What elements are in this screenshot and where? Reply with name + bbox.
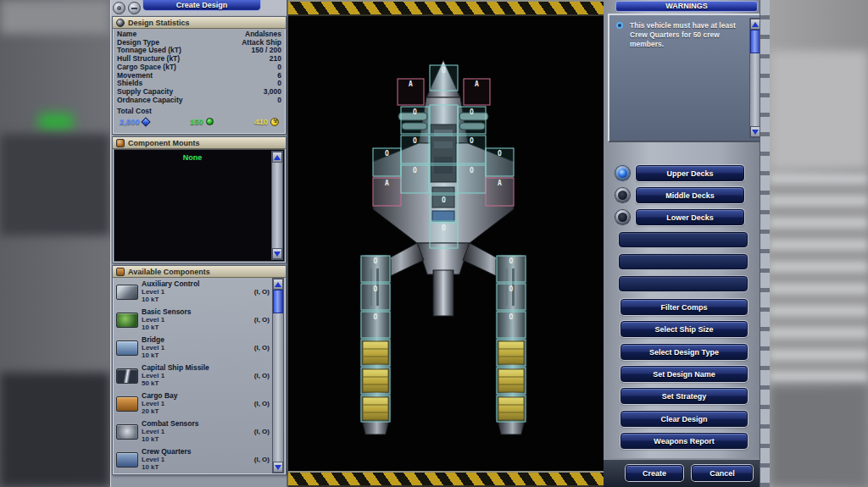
deck-row-upper-decks: Upper Decks — [615, 164, 744, 181]
hull-slot[interactable] — [430, 136, 458, 163]
scroll-track[interactable] — [273, 290, 283, 462]
info-sphere-icon — [116, 19, 125, 27]
scroll-track[interactable] — [272, 163, 282, 248]
component-size: 20 kT — [142, 407, 242, 415]
deck-button-upper-decks[interactable]: Upper Decks — [636, 165, 744, 181]
deck-button-lower-decks[interactable]: Lower Decks — [636, 209, 744, 225]
set-design-name-button[interactable]: Set Design Name — [620, 366, 748, 382]
ship-design-view[interactable]: OAAOOOOOOAOOAOOOOOOOO — [288, 16, 604, 471]
stat-label: Ordnance Capacity — [117, 97, 182, 105]
minerals-icon — [141, 117, 150, 126]
slot-letter: O — [498, 150, 502, 158]
available-components-header: Available Components — [113, 266, 286, 278]
radioactives-icon — [270, 118, 279, 126]
select-ship-size-button[interactable]: Select Ship Size — [620, 321, 748, 337]
deck-radio-middle-decks[interactable] — [615, 188, 630, 202]
weapons-report-button[interactable]: Weapons Report — [620, 433, 748, 449]
component-level: Level 1 — [142, 288, 242, 296]
combat-sensors-icon — [116, 424, 138, 440]
background-shape — [0, 373, 110, 487]
total-cost-values: 2,800150410 — [113, 115, 286, 126]
deck-radio-lower-decks[interactable] — [615, 210, 630, 224]
design-statistics-title: Design Statistics — [128, 19, 190, 27]
cancel-button[interactable]: Cancel — [692, 465, 753, 481]
hull-slot[interactable] — [497, 340, 526, 366]
background-shape — [39, 113, 73, 130]
titlebar-round-button-2[interactable] — [128, 2, 141, 14]
component-list-item-auxiliary-control[interactable]: Auxiliary ControlLevel 110 kT(I, O) — [114, 278, 271, 306]
available-components-body: Auxiliary ControlLevel 110 kT(I, O)Basic… — [114, 278, 285, 473]
component-size: 10 kT — [142, 296, 242, 303]
cost-item: 2,800 — [120, 117, 149, 126]
slot-letter: O — [509, 313, 514, 321]
scroll-up-button[interactable] — [272, 152, 282, 163]
component-list-item-crew-quarters[interactable]: Crew QuartersLevel 110 kT(I, O) — [114, 445, 271, 473]
ship-viewport[interactable]: OAAOOOOOOAOOAOOOOOOOO — [288, 16, 604, 471]
scroll-down-button[interactable] — [272, 248, 282, 259]
cost-value: 410 — [254, 117, 268, 126]
design-statistics-panel: Design Statistics NameAndalsnesDesign Ty… — [112, 16, 287, 135]
hazard-stripe-bottom — [288, 471, 604, 487]
hull-slot[interactable] — [430, 105, 458, 134]
component-list-item-basic-sensors[interactable]: Basic SensorsLevel 110 kT(I, O) — [114, 306, 271, 334]
slot-letter: O — [413, 108, 417, 116]
basic-sensors-icon — [116, 313, 138, 328]
hull-slot[interactable] — [497, 396, 526, 422]
component-mounts-empty: None — [114, 153, 270, 162]
cargo-bay-icon — [116, 396, 138, 412]
component-slot-types: (I, O) — [242, 344, 270, 351]
scroll-up-button[interactable] — [273, 279, 283, 290]
component-name: Crew Quarters — [142, 448, 242, 456]
crate-icon — [116, 268, 125, 276]
empty-deck-slot — [619, 254, 748, 269]
available-components-panel: Available Components Auxiliary ControlLe… — [112, 265, 287, 475]
right-panel: WARNINGS This vehicle must have at least… — [604, 0, 770, 487]
hull-slot[interactable] — [361, 340, 390, 366]
deck-radio-upper-decks[interactable] — [615, 166, 630, 180]
crew-quarters-icon — [116, 452, 138, 468]
available-components-title: Available Components — [128, 268, 210, 276]
component-slot-types: (I, O) — [242, 456, 270, 463]
component-list-item-bridge[interactable]: BridgeLevel 110 kT(I, O) — [114, 334, 271, 362]
scroll-thumb[interactable] — [273, 290, 283, 313]
filter-comps-button[interactable]: Filter Comps — [620, 299, 748, 315]
scroll-down-button[interactable] — [273, 462, 283, 473]
set-strategy-button[interactable]: Set Strategy — [620, 388, 748, 404]
component-size: 10 kT — [142, 435, 242, 443]
hull-slot[interactable] — [361, 396, 390, 422]
slot-letter: O — [442, 196, 446, 204]
up-arrow-icon — [274, 155, 281, 160]
slot-letter: O — [413, 137, 417, 145]
slot-letter: O — [374, 313, 378, 321]
game-screen: Create Design Design Statistics NameAnda… — [0, 0, 868, 487]
deck-row-lower-decks: Lower Decks — [615, 208, 744, 225]
hull-slot[interactable] — [497, 368, 526, 394]
background-blur-left — [0, 0, 110, 487]
component-slot-types: (I, O) — [242, 288, 270, 296]
component-slot-types: (I, O) — [242, 400, 270, 407]
design-statistics-header: Design Statistics — [113, 17, 286, 29]
slot-letter: A — [409, 80, 413, 88]
clear-design-button[interactable]: Clear Design — [620, 411, 748, 427]
component-name: Basic Sensors — [142, 308, 242, 316]
create-button[interactable]: Create — [626, 465, 683, 481]
slot-letter: O — [385, 150, 389, 158]
component-level: Level 1 — [142, 344, 242, 351]
background-shape — [770, 174, 868, 385]
select-design-type-button[interactable]: Select Design Type — [620, 344, 748, 360]
component-text: Crew QuartersLevel 110 kT — [142, 448, 242, 471]
window-title: Create Design — [142, 0, 261, 11]
component-list-item-cargo-bay[interactable]: Cargo BayLevel 120 kT(I, O) — [114, 390, 271, 418]
empty-deck-slot — [619, 232, 748, 247]
titlebar-round-button-1[interactable] — [113, 2, 125, 14]
deck-row-middle-decks: Middle Decks — [615, 186, 744, 203]
component-list-item-combat-sensors[interactable]: Combat SensorsLevel 110 kT(I, O) — [114, 418, 271, 445]
slot-letter: O — [374, 285, 378, 293]
hull-slot[interactable] — [430, 165, 458, 193]
component-size: 50 kT — [142, 379, 242, 387]
slot-letter: O — [442, 67, 446, 75]
hull-slot[interactable] — [361, 368, 390, 394]
component-list-item-capital-ship-missile[interactable]: Capital Ship MissileLevel 150 kT(I, O) — [114, 362, 271, 390]
deck-button-middle-decks[interactable]: Middle Decks — [636, 187, 744, 203]
slot-letter: A — [475, 80, 479, 88]
